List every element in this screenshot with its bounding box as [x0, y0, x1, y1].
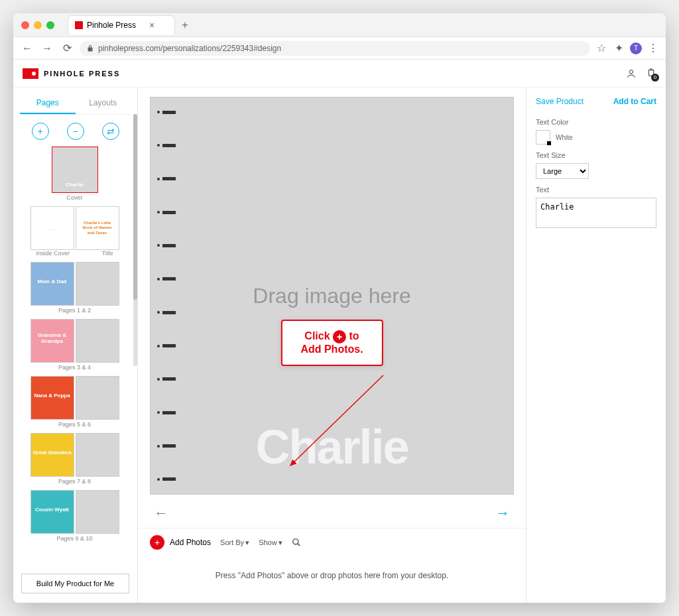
cover-caption: Cover [20, 194, 129, 201]
logo-icon [23, 68, 38, 79]
thumb-pages-3-4[interactable]: Grandma & Grandpa Pages 3 & 4 [20, 319, 129, 371]
next-page-button[interactable]: → [495, 505, 510, 522]
text-color-label: Text Color [536, 118, 656, 126]
build-product-button[interactable]: Build My Product for Me [21, 574, 129, 593]
site-header: PINHOLE PRESS 0 [13, 60, 666, 88]
tab-close-icon[interactable]: × [149, 20, 154, 31]
lock-icon [86, 44, 94, 52]
profile-badge[interactable]: T [630, 42, 642, 54]
sidebar-scrollbar[interactable] [133, 114, 137, 366]
remove-page-button[interactable]: − [67, 123, 84, 140]
add-page-button[interactable]: + [32, 123, 49, 140]
tab-pages[interactable]: Pages [20, 93, 76, 114]
brand-logo[interactable]: PINHOLE PRESS [23, 68, 120, 79]
drop-instructions: Press "Add Photos" above or drop photos … [150, 550, 514, 596]
svg-point-2 [292, 539, 298, 544]
url-bar: ← → ⟳ pinholepress.com/personalizations/… [13, 37, 666, 60]
thumb-pages-5-6[interactable]: Nana & Poppa Pages 5 & 6 [20, 376, 129, 428]
search-icon[interactable] [292, 538, 301, 547]
canvas-area: Drag image here Charlie Click + to Add P… [138, 88, 526, 499]
cover-thumb-label: Charlie [52, 182, 97, 188]
plus-icon: + [333, 330, 346, 343]
extensions-icon[interactable]: ✦ [613, 42, 625, 54]
page-thumbnails: Charlie Cover _____ Charlie's Little Boo… [20, 147, 131, 570]
thumb-inside-title[interactable]: _____ Charlie's Little Book of Names and… [20, 206, 129, 257]
url-text: pinholepress.com/personalizations/225934… [98, 44, 281, 53]
onboarding-tooltip: Click + to Add Photos. [280, 320, 383, 366]
design-canvas[interactable]: Drag image here Charlie [150, 97, 514, 495]
add-icon: + [150, 535, 164, 550]
prev-page-button[interactable]: ← [154, 505, 168, 522]
window-controls [21, 21, 54, 29]
cart-button[interactable]: 0 [646, 67, 656, 80]
maximize-window-icon[interactable] [46, 21, 54, 29]
save-product-button[interactable]: Save Product [536, 97, 584, 106]
text-label: Text [536, 186, 656, 194]
browser-tabs: Pinhole Press × + [68, 15, 188, 34]
tab-layouts[interactable]: Layouts [76, 93, 131, 114]
left-sidebar: Pages Layouts + − ⇄ Charlie Cover [13, 88, 138, 603]
thumb-pages-1-2[interactable]: Mom & Dad Pages 1 & 2 [20, 262, 129, 314]
sidebar-tabs: Pages Layouts [20, 93, 131, 115]
address-field[interactable]: pinholepress.com/personalizations/225934… [80, 41, 590, 56]
show-dropdown[interactable]: Show▾ [259, 538, 282, 547]
back-button[interactable]: ← [20, 42, 34, 54]
text-size-select[interactable]: Large [536, 163, 589, 179]
close-window-icon[interactable] [21, 21, 29, 29]
text-color-picker[interactable]: White [536, 130, 656, 145]
properties-panel: Save Product Add to Cart Text Color Whit… [526, 88, 666, 603]
main-area: Pages Layouts + − ⇄ Charlie Cover [13, 88, 666, 603]
bookmark-icon[interactable]: ☆ [595, 42, 607, 54]
reload-button[interactable]: ⟳ [60, 42, 74, 54]
sort-by-dropdown[interactable]: Sort By▾ [220, 538, 249, 547]
account-icon[interactable] [626, 68, 637, 79]
page-nav: ← → [138, 499, 526, 528]
favicon-icon [75, 21, 83, 29]
text-input[interactable]: Charlie [536, 198, 656, 228]
thumb-pages-7-8[interactable]: Great Grandma Pages 7 & 8 [20, 433, 129, 485]
add-to-cart-button[interactable]: Add to Cart [613, 97, 656, 106]
browser-window: Pinhole Press × + ← → ⟳ pinholepress.com… [13, 13, 666, 603]
add-photos-button[interactable]: + Add Photos [150, 535, 211, 550]
header-actions: 0 [626, 67, 656, 80]
chevron-down-icon: ▾ [245, 538, 249, 547]
svg-line-3 [297, 544, 300, 546]
brand-text: PINHOLE PRESS [44, 70, 120, 78]
forward-button[interactable]: → [40, 42, 54, 54]
svg-point-0 [629, 70, 633, 73]
chevron-down-icon: ▾ [278, 538, 282, 547]
tab-title: Pinhole Press [87, 21, 136, 30]
drop-placeholder: Drag image here [253, 284, 410, 308]
thumb-cover[interactable]: Charlie Cover [20, 147, 129, 201]
minimize-window-icon[interactable] [34, 21, 42, 29]
center-panel: Drag image here Charlie Click + to Add P… [138, 88, 526, 603]
name-overlay: Charlie [151, 420, 513, 474]
new-tab-button[interactable]: + [182, 19, 188, 31]
swap-page-button[interactable]: ⇄ [102, 123, 119, 140]
photo-bar: + Add Photos Sort By▾ Show▾ Press "Add P… [138, 528, 526, 603]
menu-icon[interactable]: ⋮ [647, 42, 659, 54]
browser-tab-active[interactable]: Pinhole Press × [68, 15, 175, 34]
color-swatch-icon [536, 130, 550, 145]
titlebar: Pinhole Press × + [13, 13, 666, 37]
thumb-pages-9-10[interactable]: Cousin Wyatt Pages 9 & 10 [20, 490, 129, 542]
cart-count: 0 [651, 74, 659, 82]
text-size-label: Text Size [536, 151, 656, 159]
sidebar-tools: + − ⇄ [20, 115, 131, 147]
